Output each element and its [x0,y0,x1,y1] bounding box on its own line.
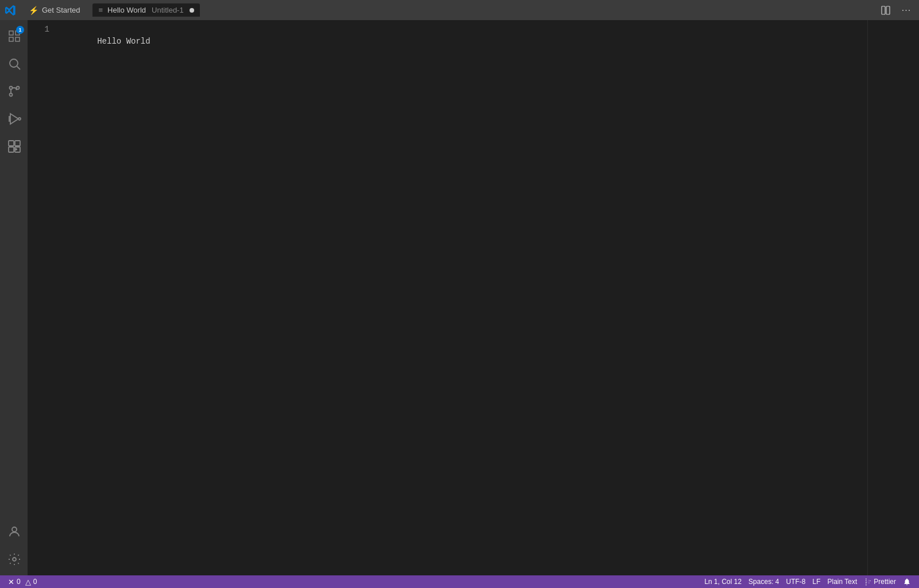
encoding-text: UTF-8 [786,578,805,586]
line-ending-text: LF [812,578,820,586]
svg-marker-7 [10,114,18,124]
editor-area: 1 Hello World [28,20,919,575]
prettier-text: Prettier [874,578,896,586]
tab-modified-dot [190,8,194,13]
get-started-tab[interactable]: ⚡ Get Started [23,3,86,17]
bell-icon [903,578,911,586]
status-bar-left: ✕ 0 △ 0 [5,578,40,586]
activity-bar: 1 [0,20,28,575]
svg-point-15 [13,558,16,561]
prettier-status[interactable]: Prettier [860,578,899,586]
svg-rect-0 [882,6,885,14]
errors-status[interactable]: ✕ 0 △ 0 [5,578,40,586]
line-col-status[interactable]: Ln 1, Col 12 [701,578,745,586]
split-editor-button[interactable] [878,3,894,17]
active-tab[interactable]: ≡ Hello World Untitled-1 [92,3,199,17]
error-icon: ✕ [8,578,14,586]
status-bar: ✕ 0 △ 0 Ln 1, Col 12 Spaces: 4 UTF-8 LF … [0,575,919,588]
title-bar-actions: ··· [878,3,914,17]
line-numbers: 1 [28,20,56,575]
vscode-logo [5,5,16,16]
status-bar-right: Ln 1, Col 12 Spaces: 4 UTF-8 LF Plain Te… [701,578,914,586]
explorer-activity-icon[interactable]: 1 [0,22,28,50]
explorer-badge: 1 [16,26,24,34]
settings-activity-icon[interactable] [0,546,28,573]
svg-rect-1 [886,6,890,14]
tab-secondary-name: Untitled-1 [152,6,184,14]
svg-rect-10 [9,141,14,146]
editor-content[interactable]: 1 Hello World [28,20,919,575]
get-started-label: Get Started [42,6,80,14]
spaces-text: Spaces: 4 [748,578,779,586]
account-activity-icon[interactable] [0,518,28,546]
search-activity-icon[interactable] [0,50,28,78]
extensions-activity-icon[interactable] [0,133,28,160]
activity-bar-bottom [0,518,28,573]
svg-rect-11 [15,141,20,146]
line-ending-status[interactable]: LF [809,578,824,586]
spaces-status[interactable]: Spaces: 4 [745,578,782,586]
editor-line-1: Hello World [97,37,150,46]
language-text: Plain Text [828,578,858,586]
svg-point-2 [10,59,18,67]
run-debug-activity-icon[interactable] [0,105,28,133]
source-control-activity-icon[interactable] [0,78,28,105]
line-col-text: Ln 1, Col 12 [704,578,742,586]
main-area: 1 [0,20,919,575]
more-actions-button[interactable]: ··· [898,3,914,17]
warning-icon: △ [25,578,31,586]
svg-point-14 [12,527,17,532]
notifications-button[interactable] [899,578,914,586]
file-icon-gs: ⚡ [29,6,38,15]
minimap [867,20,919,575]
title-bar: ⚡ Get Started ≡ Hello World Untitled-1 ·… [0,0,919,20]
tab-primary-name: Hello World [107,6,146,14]
svg-point-9 [18,118,21,120]
more-icon: ··· [902,5,911,16]
file-tab-icon: ≡ [98,6,103,14]
code-editor[interactable]: Hello World [56,20,867,575]
svg-rect-12 [9,147,14,152]
prettier-icon [864,578,871,586]
language-status[interactable]: Plain Text [824,578,861,586]
svg-point-4 [10,87,13,90]
warning-count: 0 [33,578,37,586]
encoding-status[interactable]: UTF-8 [782,578,809,586]
svg-line-3 [17,67,21,70]
line-number-1: 1 [28,24,49,36]
svg-point-5 [10,94,13,96]
error-count: 0 [17,578,21,586]
